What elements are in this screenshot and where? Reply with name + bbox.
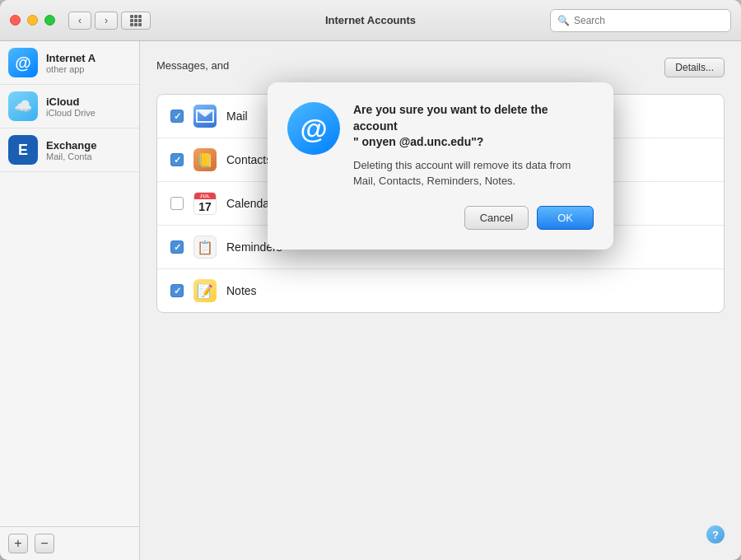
sidebar-item-internet[interactable]: @ Internet A other app [0,41,139,85]
sidebar-item-icloud[interactable]: ☁️ iCloud iCloud Drive [0,85,139,128]
sidebar-internet-subtitle: other app [46,64,96,74]
sidebar-footer: + − [0,526,139,560]
add-account-button[interactable]: + [8,534,28,553]
sidebar-icloud-subtitle: iCloud Drive [46,108,96,118]
cancel-button[interactable]: Cancel [464,206,529,230]
modal-body: Are you sure you want to delete the acco… [353,102,594,230]
modal-at-icon: @ [287,102,340,155]
exchange-icon: E [8,135,38,165]
minimize-button[interactable] [27,15,38,26]
sidebar-exchange-subtitle: Mail, Conta [46,152,96,161]
modal-title: Are you sure you want to delete the acco… [353,102,594,151]
remove-account-button[interactable]: − [35,534,54,553]
forward-button[interactable]: › [95,12,118,30]
grid-view-button[interactable] [121,12,151,30]
sidebar-item-exchange[interactable]: E Exchange Mail, Conta [0,128,139,172]
icloud-icon: ☁️ [8,91,38,121]
search-icon: 🔍 [557,15,570,26]
traffic-lights [10,15,55,26]
titlebar: ‹ › Internet Accounts 🔍 [0,0,741,41]
delete-account-modal: @ Are you sure you want to delete the ac… [268,82,613,250]
sidebar-exchange-title: Exchange [46,139,96,152]
back-button[interactable]: ‹ [68,12,91,30]
ok-button[interactable]: OK [537,206,594,230]
close-button[interactable] [10,15,21,26]
sidebar-icloud-title: iCloud [46,96,96,108]
search-box[interactable]: 🔍 [550,9,731,32]
modal-buttons: Cancel OK [353,206,594,230]
nav-buttons: ‹ › [68,12,118,30]
window-title: Internet Accounts [325,14,416,26]
internet-icon: @ [8,48,38,77]
modal-overlay: @ Are you sure you want to delete the ac… [140,41,741,560]
sidebar-internet-title: Internet A [46,52,96,64]
right-panel: Messages, and Details... Mail 📒 C [140,41,741,560]
search-input[interactable] [574,15,724,26]
maximize-button[interactable] [44,15,55,26]
grid-icon [130,15,142,26]
content-area: @ Internet A other app ☁️ iCloud iCloud … [0,41,741,560]
modal-description: Deleting this account will remove its da… [353,157,594,189]
main-window: ‹ › Internet Accounts 🔍 @ Internet A oth… [0,0,741,560]
sidebar: @ Internet A other app ☁️ iCloud iCloud … [0,41,140,560]
